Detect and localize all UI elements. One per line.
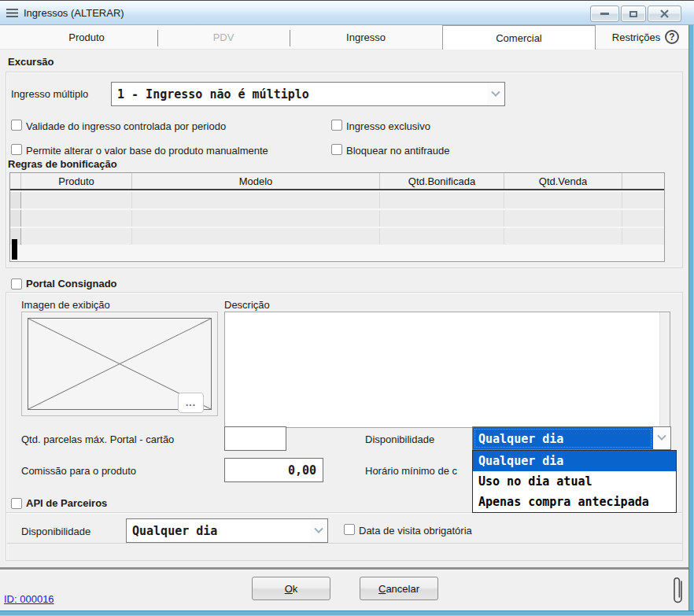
permite-alterar-checkbox[interactable] xyxy=(11,144,22,155)
cancel-button[interactable]: Cancelar xyxy=(360,577,438,600)
bloquear-antifraude-checkbox[interactable] xyxy=(331,144,342,155)
browse-image-button[interactable]: ... xyxy=(178,393,204,413)
grid-row[interactable] xyxy=(10,210,664,227)
ingresso-multiplo-label: Ingresso múltiplo xyxy=(11,88,88,100)
bonificacao-title: Regras de bonificação xyxy=(8,158,117,170)
tab-ingresso-label: Ingresso xyxy=(346,31,386,43)
disponibilidade-api-value: Qualquer dia xyxy=(127,519,310,542)
tab-restricoes-label: Restrições xyxy=(612,31,660,43)
grid-col-qtd-bonificada[interactable]: Qtd.Bonificada xyxy=(380,173,504,189)
help-icon[interactable]: ? xyxy=(665,30,679,44)
permite-alterar-label: Permite alterar o valor base do produto … xyxy=(26,145,268,157)
dropdown-option-compra-antecipada[interactable]: Apenas compra antecipada xyxy=(473,492,676,512)
tab-produto-label: Produto xyxy=(68,31,105,43)
portal-consignado-label: Portal Consignado xyxy=(26,278,117,290)
dropdown-option-uso-dia-atual[interactable]: Uso no dia atual xyxy=(473,471,676,492)
tab-comercial[interactable]: Comercial xyxy=(442,25,596,50)
disponibilidade-portal-value: Qualquer dia xyxy=(473,427,653,449)
disponibilidade-api-label: Disponibilidade xyxy=(21,526,90,537)
grid-col-qtd-venda[interactable]: Qtd.Venda xyxy=(504,173,622,189)
ingresso-exclusivo-checkbox[interactable] xyxy=(331,120,342,131)
bloquear-antifraude-label: Bloquear no antifraude xyxy=(346,145,450,157)
grid-col-extra xyxy=(622,173,664,189)
bonificacao-grid: Produto Modelo Qtd.Bonificada Qtd.Venda xyxy=(9,172,665,262)
ingresso-multiplo-value: 1 - Ingresso não é múltiplo xyxy=(112,83,487,105)
api-parceiros-checkbox[interactable] xyxy=(11,498,22,509)
maximize-button[interactable] xyxy=(621,6,646,22)
grid-col-produto[interactable]: Produto xyxy=(21,173,132,189)
close-button[interactable] xyxy=(648,6,681,22)
grid-header-row: Produto Modelo Qtd.Bonificada Qtd.Venda xyxy=(10,173,664,190)
grid-row[interactable] xyxy=(10,192,664,208)
ok-button-label: Ok xyxy=(285,583,298,595)
data-visita-checkbox[interactable] xyxy=(344,524,355,535)
parcelas-input[interactable] xyxy=(224,426,286,451)
data-visita-label: Data de visita obrigatória xyxy=(359,525,472,537)
tab-pdv: PDV xyxy=(157,25,290,50)
cancel-button-label: Cancelar xyxy=(378,583,419,595)
close-icon xyxy=(660,9,669,18)
footer-separator-highlight xyxy=(0,570,689,570)
portal-consignado-checkbox[interactable] xyxy=(11,278,22,290)
tab-comercial-label: Comercial xyxy=(496,32,542,44)
descricao-scrollbar[interactable] xyxy=(659,312,670,427)
parcelas-label: Qtd. parcelas máx. Portal - cartão xyxy=(21,433,174,445)
excursao-title: Excursão xyxy=(8,56,54,68)
disponibilidade-api-select[interactable]: Qualquer dia xyxy=(126,518,328,543)
comissao-label: Comissão para o produto xyxy=(21,465,136,477)
grid-row[interactable] xyxy=(10,228,664,245)
imagem-exibicao-label: Imagen de exibição xyxy=(21,299,110,311)
dropdown-option-qualquer-dia[interactable]: Qualquer dia xyxy=(473,451,676,471)
grid-caret xyxy=(12,239,17,260)
minimize-icon xyxy=(600,13,609,15)
chevron-down-icon[interactable] xyxy=(310,519,327,542)
ingresso-exclusivo-label: Ingresso exclusivo xyxy=(346,120,430,132)
api-groupbox xyxy=(6,512,683,561)
app-menu-icon[interactable] xyxy=(6,8,18,18)
record-id-link[interactable]: ID: 000016 xyxy=(4,593,54,605)
validade-checkbox-label: Validade do ingresso controlada por peri… xyxy=(26,120,226,132)
title-bar[interactable]: Ingressos (ALTERAR) xyxy=(0,1,694,25)
descricao-label: Descrição xyxy=(224,299,270,311)
api-parceiros-label: API de Parceiros xyxy=(26,497,107,509)
chevron-down-icon[interactable] xyxy=(653,427,670,449)
tab-produto[interactable]: Produto xyxy=(16,25,157,50)
ok-button[interactable]: Ok xyxy=(252,577,330,600)
descricao-textarea[interactable] xyxy=(224,312,670,428)
window-title: Ingressos (ALTERAR) xyxy=(24,7,124,19)
maximize-icon xyxy=(629,11,637,17)
ingresso-multiplo-select[interactable]: 1 - Ingresso não é múltiplo xyxy=(111,82,505,106)
window-border-right xyxy=(688,25,694,616)
tab-bar: Produto PDV Ingresso Comercial Restriçõe… xyxy=(0,25,688,50)
validade-checkbox[interactable] xyxy=(11,120,22,131)
disponibilidade-dropdown-list: Qualquer dia Uso no dia atual Apenas com… xyxy=(472,450,677,513)
tab-ingresso[interactable]: Ingresso xyxy=(290,25,442,50)
imagem-exibicao-frame: ... xyxy=(21,312,218,416)
comissao-input[interactable]: 0,00 xyxy=(224,458,323,482)
horario-minimo-label: Horário mínimo de c xyxy=(365,465,457,477)
minimize-button[interactable] xyxy=(590,6,619,22)
grid-selector-header xyxy=(10,173,21,189)
dialog-window: Ingressos (ALTERAR) Produto PDV Ingresso… xyxy=(0,0,694,616)
chevron-down-icon[interactable] xyxy=(487,83,504,105)
disponibilidade-portal-select[interactable]: Qualquer dia xyxy=(472,426,671,450)
disponibilidade-portal-label: Disponibilidade xyxy=(365,433,434,445)
window-border-bottom xyxy=(0,610,694,616)
grid-col-modelo[interactable]: Modelo xyxy=(132,173,380,189)
tab-pdv-label: PDV xyxy=(213,31,234,43)
paperclip-icon[interactable] xyxy=(670,574,687,608)
